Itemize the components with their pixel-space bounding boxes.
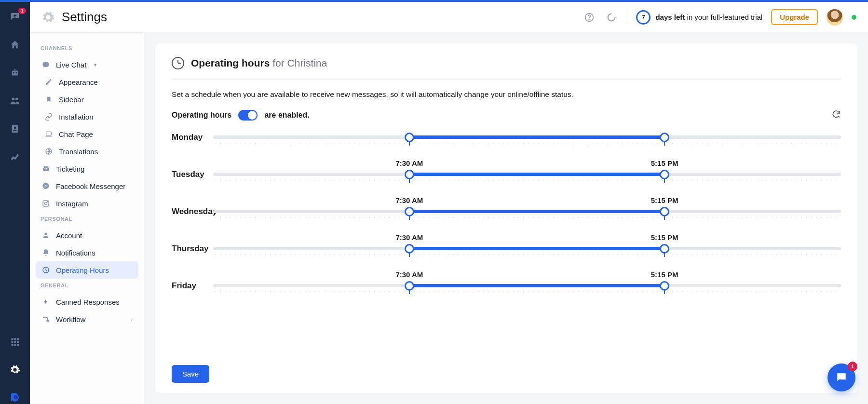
avatar[interactable] [827,9,843,26]
trial-days-label: days left [655,13,685,21]
enable-state: are enabled. [264,111,309,120]
help-button[interactable] [583,11,596,24]
time-range-slider[interactable]: 7:30 AM5:15 PM [213,244,841,259]
svg-point-4 [12,98,14,101]
clock-icon [41,266,50,274]
fade-overlay [172,334,841,358]
sidebar-heading: PERSONAL [36,212,138,227]
slider-ticks [213,252,841,259]
status-indicator [852,15,856,20]
rail-inbox[interactable]: 1 [9,11,21,23]
sidebar-item-sidebar[interactable]: Sidebar [36,91,138,108]
link-icon [44,112,53,121]
svg-rect-15 [14,344,16,346]
sidebar-item-workflow[interactable]: Workflow› [36,310,138,328]
time-range-slider[interactable]: 7:30 AM5:15 PM [213,207,841,222]
sidebar-item-canned-responses[interactable]: Canned Responses [36,293,138,310]
sidebar-item-facebook-messenger[interactable]: Facebook Messenger [36,177,138,195]
svg-rect-0 [12,70,18,75]
trial-info: 7 days left in your full-featured trial [636,10,762,25]
bolt-icon [41,297,50,306]
rail-apps[interactable] [9,336,21,348]
slider-ticks [213,289,841,296]
rail-brand[interactable] [9,391,21,404]
svg-point-27 [44,233,47,235]
time-range-slider[interactable]: 7:30 AM5:15 PM [213,133,841,148]
sidebar-item-chat-page[interactable]: Chat Page [36,125,138,143]
start-time-label: 7:30 AM [395,233,423,242]
sidebar-item-label: Chat Page [59,130,93,138]
svg-rect-21 [46,132,52,135]
laptop-icon [44,130,53,138]
rail-contacts[interactable] [9,94,21,107]
trial-rest-label: in your full-featured trial [685,13,762,21]
save-button[interactable]: Save [172,365,209,383]
rail-inbox-badge: 1 [18,8,26,14]
enable-toggle[interactable] [238,110,258,121]
sidebar-heading: CHANNELS [36,41,138,56]
rail-home[interactable] [9,39,21,51]
svg-rect-8 [12,338,14,340]
sync-button[interactable] [605,11,618,24]
end-time-label: 5:15 PM [651,159,678,167]
svg-point-2 [15,72,17,74]
end-time-label: 5:15 PM [651,270,678,279]
panel-header: Operating hours for Christina [172,57,841,80]
svg-point-1 [13,72,14,74]
svg-rect-30 [46,320,49,322]
slider-ticks [213,178,841,185]
day-label: Thursday [172,244,213,254]
time-range-slider[interactable]: 7:30 AM5:15 PM [213,281,841,296]
refresh-button[interactable] [831,109,841,121]
chat-icon [41,60,50,69]
svg-point-17 [14,395,18,400]
nav-rail: 1 [0,2,30,404]
sidebar-item-label: Translations [59,148,98,156]
clock-icon [172,57,184,69]
sidebar-item-notifications[interactable]: Notifications [36,244,138,261]
chat-fab[interactable]: 1 [827,364,855,391]
day-label: Monday [172,133,213,142]
header: Settings 7 days left in your full-featur… [30,2,868,33]
svg-rect-16 [17,344,19,346]
sidebar-item-account[interactable]: Account [36,227,138,244]
sidebar-item-label: Installation [59,113,94,121]
rail-bot[interactable] [9,67,21,79]
svg-point-25 [44,202,47,204]
sidebar-item-label: Account [56,231,82,240]
chat-fab-badge: 1 [848,362,857,371]
address-book-icon [10,123,20,134]
panel-title-for: for Christina [272,57,327,68]
grid-icon [10,337,20,347]
sidebar-item-live-chat[interactable]: Live Chat▾ [36,56,138,73]
sidebar-heading: GENERAL [36,279,138,293]
trial-days-badge: 7 [636,10,651,25]
refresh-icon [831,109,841,119]
sidebar-item-ticketing[interactable]: Ticketing [36,160,138,177]
brand-icon [9,392,21,404]
schedule-row-wednesday: Wednesday7:30 AM5:15 PM [172,207,841,222]
day-label: Friday [172,281,213,291]
day-label: Wednesday [172,207,213,216]
sidebar-item-translations[interactable]: Translations [36,143,138,160]
time-range-slider[interactable]: 7:30 AM5:15 PM [213,170,841,185]
mail-icon [41,164,50,173]
rail-settings[interactable] [9,364,21,376]
svg-rect-11 [12,341,14,343]
sidebar-item-label: Notifications [56,249,95,257]
sidebar-item-operating-hours[interactable]: Operating Hours [36,261,138,279]
svg-rect-10 [17,338,19,340]
sidebar-item-installation[interactable]: Installation [36,108,138,125]
sidebar-item-label: Workflow [56,315,85,323]
sidebar-item-appearance[interactable]: Appearance [36,73,138,91]
sync-icon [606,12,617,23]
sidebar-item-label: Operating Hours [56,266,109,274]
rail-analytics[interactable] [9,150,21,163]
upgrade-button[interactable]: Upgrade [771,9,818,25]
start-time-label: 7:30 AM [395,196,423,204]
chat-icon [835,371,848,384]
svg-rect-12 [14,341,16,343]
sidebar-item-instagram[interactable]: Instagram [36,195,138,212]
rail-address-book[interactable] [9,122,21,135]
schedule-row-tuesday: Tuesday7:30 AM5:15 PM [172,170,841,185]
